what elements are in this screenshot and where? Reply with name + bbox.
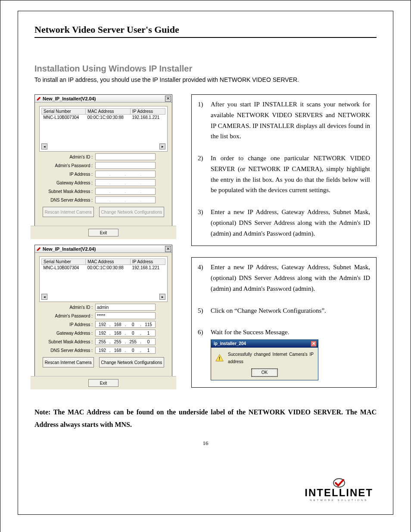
ip-address-field[interactable]: ... <box>95 171 156 177</box>
close-icon[interactable]: ✕ <box>165 246 171 252</box>
label-gw: Gateway Address : <box>39 180 95 185</box>
label-ip: IP Address : <box>39 172 95 177</box>
cell-ip: 192.168.1.221 <box>130 265 165 271</box>
step-number: 6) <box>198 327 211 380</box>
pencil-icon <box>37 96 41 101</box>
step-number: 3) <box>198 207 211 239</box>
step-number: 1) <box>198 99 211 142</box>
admin-id-field[interactable]: admin <box>95 304 156 311</box>
gateway-field[interactable]: 192. 168. 0. 1 <box>95 330 156 336</box>
checkmark-icon <box>333 478 345 488</box>
step-number: 4) <box>198 262 211 294</box>
exit-button[interactable]: Exit <box>88 379 118 387</box>
ip-installer-window-blank: New_IP_Installer(V2.04) ✕ Serial Number … <box>34 94 172 235</box>
step-text: Click on “Change Network Configurations”… <box>211 305 370 316</box>
step-number: 5) <box>198 305 211 316</box>
title-rule <box>34 37 377 38</box>
label-mask: Subnet Mask Address : <box>39 189 95 194</box>
svg-text:!: ! <box>219 356 220 361</box>
admin-pw-field[interactable]: ***** <box>95 312 156 319</box>
gateway-field[interactable]: ... <box>95 179 156 186</box>
success-message: Successfully changed Internet Camera's I… <box>228 351 314 365</box>
table-row[interactable]: MNC-L10B007304 00:0C:1C:00:30:88 192.168… <box>42 265 165 271</box>
step-text: Enter a new IP Address, Gateway Address,… <box>211 262 370 294</box>
rescan-button[interactable]: Rescan Internet Camera <box>43 207 94 217</box>
subnet-mask-field[interactable]: 255. 255. 255. 0 <box>95 338 156 345</box>
cell-serial: MNC-L10B007304 <box>42 115 86 121</box>
label-admin-id: Admin's ID : <box>39 155 95 159</box>
scroll-right-icon[interactable]: ▸ <box>159 143 165 149</box>
label-ip: IP Address : <box>39 322 95 327</box>
pencil-icon <box>37 247 41 251</box>
admin-pw-field[interactable] <box>95 162 156 169</box>
ok-button[interactable]: OK <box>252 369 277 376</box>
warning-icon: ! <box>215 354 224 363</box>
scroll-right-icon[interactable]: ▸ <box>159 294 165 300</box>
window-title: New_IP_Installer(V2.04) <box>43 246 163 252</box>
intro-paragraph: To install an IP address, you should use… <box>34 76 377 83</box>
device-list-table[interactable]: Serial Number MAC Address IP Address MNC… <box>41 258 165 271</box>
step-text: After you start IP INSTALLER it scans yo… <box>211 99 370 142</box>
col-serial: Serial Number <box>42 109 86 115</box>
dns-field[interactable]: ... <box>95 196 156 203</box>
subnet-mask-field[interactable]: ... <box>95 188 156 195</box>
success-dialog: ip_installer_204 ✕ ! Successfully change… <box>211 339 318 380</box>
step-number: 2) <box>198 153 211 196</box>
footnote: Note: The MAC Address can be found on th… <box>34 406 377 431</box>
col-ip: IP Address <box>130 109 165 115</box>
instructions-box-1: 1) After you start IP INSTALLER it scans… <box>191 94 377 246</box>
step-text: Enter a new IP Address, Gateway Address,… <box>211 207 370 239</box>
label-admin-pw: Admin's Password : <box>39 314 95 318</box>
brand-subtitle: NETWORK SOLUTIONS <box>305 499 373 501</box>
cell-serial: MNC-L10B007304 <box>42 265 86 271</box>
close-icon[interactable]: ✕ <box>165 96 171 102</box>
scroll-left-icon[interactable]: ◂ <box>41 294 47 300</box>
change-config-button[interactable]: Change Network Configurations <box>99 357 165 367</box>
horizontal-scrollbar[interactable]: ◂ ▸ <box>41 143 165 149</box>
ip-address-field[interactable]: 192. 168. 0. 115 <box>95 321 156 328</box>
col-mac: MAC Address <box>86 259 131 265</box>
dns-field[interactable]: 192. 168. 0. 1 <box>95 347 156 354</box>
cell-mac: 00:0C:1C:00:30:88 <box>86 265 131 271</box>
col-mac: MAC Address <box>86 109 131 115</box>
cell-ip: 192.168.1.221 <box>130 115 165 121</box>
col-serial: Serial Number <box>42 259 86 265</box>
instructions-box-2: 4) Enter a new IP Address, Gateway Addre… <box>191 257 377 388</box>
label-dns: DNS Server Address : <box>39 198 95 202</box>
success-title: ip_installer_204 <box>214 340 246 348</box>
device-list-table[interactable]: Serial Number MAC Address IP Address MNC… <box>41 108 165 120</box>
table-row[interactable]: MNC-L10B007304 00:0C:1C:00:30:88 192.168… <box>42 115 165 121</box>
rescan-button[interactable]: Rescan Internet Camera <box>43 357 94 367</box>
step-text: Wait for the Success Message. <box>211 329 290 336</box>
brand-name: INTELLINET <box>305 487 373 499</box>
label-gw: Gateway Address : <box>39 331 95 336</box>
window-title: New_IP_Installer(V2.04) <box>43 96 163 101</box>
cell-mac: 00:0C:1C:00:30:88 <box>86 115 131 121</box>
exit-button[interactable]: Exit <box>88 229 118 236</box>
step-text: In order to change one particular NETWOR… <box>211 153 370 196</box>
section-title: Installation Using Windows IP Installer <box>34 64 377 74</box>
doc-title: Network Video Server User's Guide <box>34 24 377 35</box>
scroll-left-icon[interactable]: ◂ <box>41 143 47 149</box>
admin-id-field[interactable] <box>95 153 156 160</box>
horizontal-scrollbar[interactable]: ◂ ▸ <box>41 294 165 300</box>
label-admin-id: Admin's ID : <box>39 305 95 310</box>
brand-logo: INTELLINET NETWORK SOLUTIONS <box>305 478 373 501</box>
close-icon[interactable]: ✕ <box>311 341 317 347</box>
col-ip: IP Address <box>130 259 165 265</box>
label-dns: DNS Server Address : <box>39 348 95 353</box>
label-mask: Subnet Mask Address : <box>39 339 95 344</box>
change-config-button[interactable]: Change Network Configurations <box>99 207 165 217</box>
label-admin-pw: Admin's Password : <box>39 163 95 168</box>
page-number: 16 <box>34 440 377 447</box>
ip-installer-window-filled: New_IP_Installer(V2.04) ✕ Serial Number … <box>34 245 172 386</box>
